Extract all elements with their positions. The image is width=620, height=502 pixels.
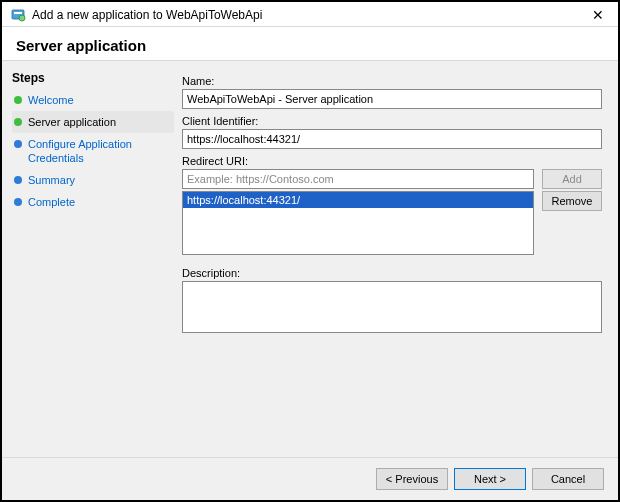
page-heading-bar: Server application [2,27,618,61]
step-item: Server application [12,111,174,133]
step-label: Welcome [28,93,74,107]
svg-rect-1 [14,12,22,14]
next-button[interactable]: Next > [454,468,526,490]
step-item[interactable]: Summary [12,169,174,191]
wizard-body: Steps WelcomeServer applicationConfigure… [2,61,618,457]
step-label: Configure Application Credentials [28,137,170,165]
remove-button[interactable]: Remove [542,191,602,211]
step-done-icon [14,96,22,104]
steps-heading: Steps [12,71,174,85]
redirect-uri-list[interactable]: https://localhost:44321/ [182,191,534,255]
name-label: Name: [182,75,602,87]
steps-list: WelcomeServer applicationConfigure Appli… [12,89,174,213]
step-pending-icon [14,140,22,148]
step-done-icon [14,118,22,126]
step-pending-icon [14,176,22,184]
step-label: Summary [28,173,75,187]
client-id-label: Client Identifier: [182,115,602,127]
cancel-button[interactable]: Cancel [532,468,604,490]
description-label: Description: [182,267,602,279]
previous-button[interactable]: < Previous [376,468,448,490]
add-button[interactable]: Add [542,169,602,189]
step-label: Complete [28,195,75,209]
form-area: Name: Client Identifier: Redirect URI: A… [174,61,618,457]
redirect-uri-label: Redirect URI: [182,155,602,167]
step-item[interactable]: Configure Application Credentials [12,133,174,169]
wizard-window: Add a new application to WebApiToWebApi … [0,0,620,502]
redirect-list-row: https://localhost:44321/ Remove [182,191,602,255]
titlebar: Add a new application to WebApiToWebApi … [2,2,618,27]
steps-sidebar: Steps WelcomeServer applicationConfigure… [2,61,174,457]
redirect-uri-row: Add [182,169,602,189]
page-heading: Server application [16,37,604,54]
svg-point-2 [19,15,25,21]
step-label: Server application [28,115,116,129]
list-item[interactable]: https://localhost:44321/ [183,192,533,208]
app-icon [10,7,26,23]
client-id-input[interactable] [182,129,602,149]
redirect-uri-input[interactable] [182,169,534,189]
step-pending-icon [14,198,22,206]
close-icon[interactable]: ✕ [586,6,610,24]
description-input[interactable] [182,281,602,333]
name-input[interactable] [182,89,602,109]
wizard-footer: < Previous Next > Cancel [2,457,618,500]
window-title: Add a new application to WebApiToWebApi [32,8,586,22]
step-item[interactable]: Welcome [12,89,174,111]
step-item[interactable]: Complete [12,191,174,213]
